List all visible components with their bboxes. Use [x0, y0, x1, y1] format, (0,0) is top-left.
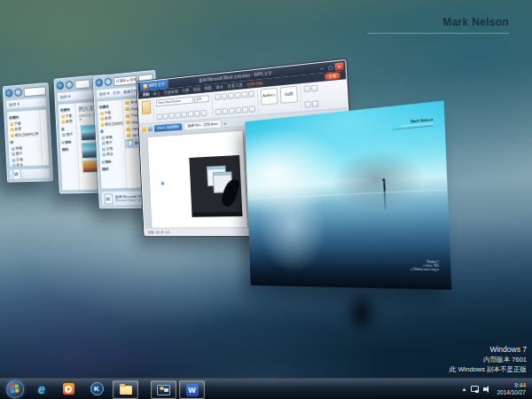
photo-genuine-notice: Windows 7 内部版本 7601 此 Windows 副本不是正版 — [411, 261, 440, 272]
folder-icon — [125, 100, 129, 104]
clock-date: 2014/10/27 — [497, 389, 526, 395]
windows-flag-icon — [11, 384, 20, 393]
back-icon[interactable] — [95, 79, 103, 88]
paragraph-buttons[interactable] — [215, 90, 254, 100]
embedded-screenshot-image[interactable] — [189, 155, 243, 217]
forward-icon[interactable] — [14, 88, 22, 97]
tab-view[interactable]: 视图 — [204, 86, 212, 91]
display-app-taskbar-button[interactable] — [151, 380, 176, 399]
organize-button[interactable]: 组织 ▼ — [9, 102, 20, 107]
align-buttons[interactable] — [215, 106, 255, 115]
address-bar[interactable]: 计算机 ▸ 本地磁盘 (C:) ▸ — [113, 74, 137, 85]
forward-icon[interactable] — [66, 81, 74, 90]
minimize-button[interactable]: – — [317, 64, 326, 72]
tab-review[interactable]: 审阅 — [193, 87, 200, 92]
watermark-divider — [367, 33, 509, 34]
taskbar: e K W ▲ 9:44 2014/10/27 — [0, 378, 532, 399]
document-page[interactable]: ▣ — [148, 131, 248, 228]
forward-icon[interactable] — [105, 78, 113, 87]
genuine-notice: Windows 7 内部版本 7601 此 Windows 副本不是正版 — [450, 345, 527, 374]
address-bar[interactable] — [74, 79, 90, 89]
watermark-name: Mark Nelson — [367, 16, 509, 28]
internet-explorer-icon[interactable]: e — [32, 381, 51, 396]
person-silhouette — [383, 180, 386, 191]
nav-music[interactable]: 音乐 — [12, 162, 41, 167]
close-button[interactable]: × — [334, 62, 343, 71]
details-pane — [9, 168, 51, 179]
tray-clock[interactable]: 9:44 2014/10/27 — [497, 382, 528, 396]
k-app-icon[interactable]: K — [87, 381, 106, 396]
font-name-select[interactable]: Times New Roman — [156, 97, 194, 107]
wps-logo-icon: W — [143, 83, 147, 89]
tab-developer[interactable]: 开发工具 — [227, 82, 242, 89]
wallpaper-photo: Mark Nelson facebook.com/MarkNelsonPhoto… — [245, 100, 451, 289]
nav-recent[interactable]: 最近访问的位置 — [100, 121, 122, 128]
volume-icon[interactable] — [483, 385, 492, 393]
tab-home[interactable]: 开始 — [143, 92, 150, 97]
find-replace-buttons[interactable] — [303, 85, 317, 93]
wps-taskbar-button[interactable]: W — [179, 380, 205, 399]
media-player-icon[interactable] — [59, 381, 78, 396]
nav-network[interactable]: 网络 — [62, 146, 75, 153]
nav-music[interactable]: 音乐 — [101, 151, 123, 158]
home-icon[interactable] — [142, 127, 146, 132]
folder-icon — [125, 107, 129, 111]
tab-page-layout[interactable]: 页面布局 — [164, 90, 178, 95]
network-icon[interactable] — [471, 386, 479, 393]
nav-recent[interactable]: 最近访问的位置 — [10, 131, 39, 138]
paste-icon[interactable] — [142, 100, 152, 114]
nav-computer[interactable]: 计算机 — [62, 139, 75, 145]
horizon-line — [247, 189, 447, 199]
desktop-watermark: Mark Nelson facebook.com/MarkNelsonPhoto… — [367, 16, 509, 43]
tab-special-features[interactable]: 特色功能 — [247, 81, 263, 87]
tab-insert[interactable]: 插入 — [153, 91, 160, 96]
watermark-url: facebook.com/MarkNelsonPhotography — [367, 37, 509, 43]
start-button[interactable] — [6, 380, 24, 398]
address-bar[interactable] — [24, 86, 47, 97]
restore-button[interactable]: ▢ — [326, 63, 335, 71]
word-doc-icon — [105, 193, 113, 204]
flip-window-explorer-back[interactable]: 组织 ▼ 收藏夹 下载 桌面 最近访问的位置 库 视频 图片 文档 音乐 计算机… — [3, 82, 53, 183]
organize-button[interactable]: 组织 ▼ — [60, 94, 72, 99]
tab-section[interactable]: 章节 — [215, 85, 223, 90]
style-card-normal[interactable]: AaBbCc — [261, 88, 278, 106]
photo-reflection-shadow — [339, 289, 385, 348]
screenshot-taskbar — [192, 212, 243, 217]
flip3d-screen: Mark Nelson facebook.com/MarkNelsonPhoto… — [0, 0, 532, 399]
style-card-heading[interactable]: AaB — [280, 86, 298, 104]
tab-references[interactable]: 引用 — [182, 88, 189, 93]
navigation-pane[interactable]: 收藏夹 下载 桌面 最近访问的位置 库 视频 图片 文档 音乐 计算机 网络 — [7, 110, 43, 167]
explorer-taskbar-button[interactable] — [113, 380, 138, 399]
flip-window-desktop[interactable]: Mark Nelson facebook.com/MarkNelsonPhoto… — [245, 100, 451, 289]
system-tray: ▲ 9:44 2014/10/27 — [462, 379, 532, 399]
folder-icon — [126, 113, 130, 117]
folder-icon — [127, 134, 131, 137]
nav-computer[interactable]: 计算机 — [102, 159, 124, 165]
image-anchor-icon: ▣ — [160, 180, 164, 185]
clock-time: 9:44 — [514, 382, 526, 388]
back-icon[interactable] — [5, 89, 13, 98]
organize-button[interactable]: 组织 ▼ — [99, 91, 110, 97]
file-icon — [12, 168, 21, 179]
folder-icon — [126, 127, 130, 130]
save-icon[interactable] — [148, 126, 153, 131]
explorer-toolbar[interactable]: 组织 ▼ — [5, 97, 47, 109]
back-icon[interactable] — [57, 82, 65, 90]
folder-icon — [126, 121, 130, 124]
open-button[interactable]: 打开 — [113, 90, 121, 96]
font-format-buttons[interactable] — [157, 110, 210, 121]
monitor-icon — [157, 385, 170, 395]
nav-pictures[interactable]: 图片 — [61, 131, 74, 137]
font-size-select[interactable]: 五号 — [194, 95, 209, 103]
word-doc-icon — [128, 140, 133, 146]
folder-icon — [120, 386, 132, 395]
wps-w-icon: W — [186, 384, 199, 396]
nav-network[interactable]: 网络 — [102, 166, 124, 172]
nav-desktop[interactable]: 桌面 — [60, 119, 74, 125]
photo-watermark: Mark Nelson facebook.com/MarkNelsonPhoto… — [392, 117, 434, 131]
page-indicator: 页面: 1/1 节: 1/1 — [147, 230, 169, 234]
tray-expand-icon[interactable]: ▲ — [462, 387, 467, 392]
